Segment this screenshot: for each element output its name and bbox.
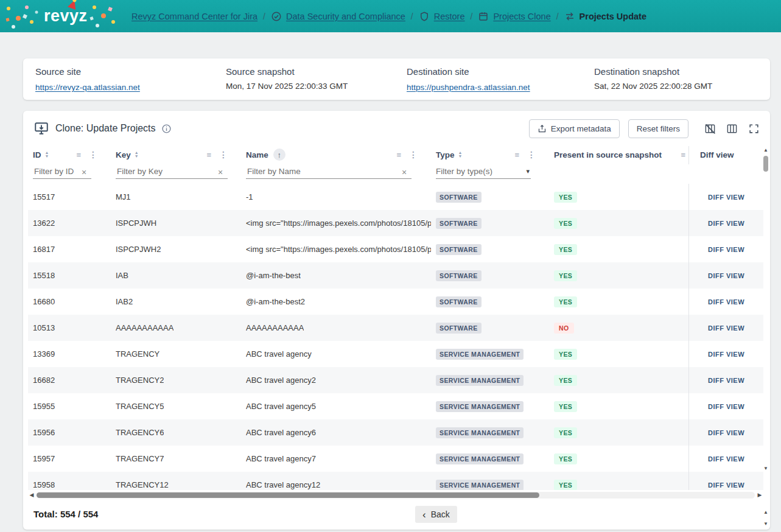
diff-view-link[interactable]: DIFF VIEW (708, 272, 744, 279)
horizontal-scrollbar[interactable]: ◀ ▶ (28, 491, 763, 499)
diff-view-link[interactable]: DIFF VIEW (708, 324, 744, 332)
present-badge: YES (554, 349, 577, 360)
table-row[interactable]: 13369 TRAGENCY ABC travel agency SERVICE… (28, 341, 763, 367)
breadcrumb-separator: / (471, 12, 473, 21)
info-icon[interactable] (161, 124, 172, 134)
fullscreen-icon[interactable] (747, 122, 760, 135)
reset-filters-button[interactable]: Reset filters (628, 119, 688, 138)
table-row[interactable]: 16680 IAB2 @i-am-the-best2 SOFTWARE YES … (28, 289, 763, 315)
breadcrumb-data-security[interactable]: Data Security and Compliance (286, 12, 405, 21)
cell-id: 16817 (28, 236, 111, 262)
chevron-down-icon: ▾ (526, 167, 530, 175)
column-header-diff: Diff view (688, 146, 763, 163)
snapshot-info-card: Source site https://revyz-qa.atlassian.n… (23, 58, 770, 100)
filter-type-select[interactable]: Filter by type(s) ▾ (436, 164, 531, 179)
diff-view-link[interactable]: DIFF VIEW (708, 194, 744, 201)
projects-table: ID ▲▼ ≡ ⋮ Key ▲▼ ≡ ⋮ Name (28, 146, 763, 490)
top-navigation-bar: revyz Revyz Command Center for Jira / Da… (0, 0, 781, 32)
destination-snapshot-label: Destination snapshot (594, 66, 712, 77)
sort-icon[interactable]: ▲▼ (458, 151, 463, 158)
panel-title: Clone: Update Projects (55, 123, 156, 134)
table-row[interactable]: 15517 MJ1 -1 SOFTWARE YES DIFF VIEW (28, 184, 763, 210)
type-badge: SERVICE MANAGEMENT (436, 375, 524, 386)
diff-view-link[interactable]: DIFF VIEW (708, 246, 744, 253)
sort-icon[interactable]: ▲▼ (45, 151, 49, 158)
table-row[interactable]: 15957 TRAGENCY7 ABC travel agency7 SERVI… (28, 446, 763, 472)
cell-id: 15958 (28, 472, 111, 490)
column-drag-handle-icon[interactable]: ≡ (76, 150, 81, 159)
table-row[interactable]: 15958 TRAGENCY12 ABC travel agency12 SER… (28, 472, 763, 490)
destination-snapshot-value: Sat, 22 Nov 2025 22:00:28 GMT (594, 82, 712, 91)
hide-columns-icon[interactable] (703, 122, 716, 135)
back-button[interactable]: ‹ Back (415, 506, 457, 523)
column-menu-icon[interactable]: ⋮ (409, 150, 418, 159)
column-drag-handle-icon[interactable]: ≡ (206, 150, 211, 159)
shield-icon (419, 11, 430, 22)
table-row[interactable]: 15955 TRAGENCY5 ABC travel agency5 SERVI… (28, 393, 763, 419)
breadcrumb-command-center[interactable]: Revyz Command Center for Jira (131, 12, 257, 21)
manage-columns-icon[interactable] (725, 122, 738, 135)
clear-filter-icon[interactable]: × (218, 167, 223, 177)
destination-site-link[interactable]: https://pushpendra-s.atlassian.net (407, 83, 530, 92)
filter-type-placeholder: Filter by type(s) (436, 167, 492, 176)
column-label-id: ID (33, 150, 41, 159)
sort-ascending-icon[interactable]: ↑ (273, 149, 285, 161)
horizontal-scrollbar-thumb[interactable] (37, 492, 539, 498)
filter-key-input[interactable] (116, 164, 228, 179)
vertical-scrollbar[interactable]: ▲ ▼ (762, 147, 769, 471)
table-row[interactable]: 16817 ISPCPJWH2 <img src="https://images… (28, 236, 763, 262)
export-metadata-label: Export metadata (551, 124, 611, 133)
cell-diff: DIFF VIEW (688, 341, 763, 367)
cell-name: AAAAAAAAAAA (241, 315, 431, 341)
scroll-right-icon[interactable]: ▶ (756, 492, 763, 498)
horizontal-scrollbar-track[interactable] (37, 492, 755, 499)
breadcrumb-restore[interactable]: Restore (434, 12, 465, 21)
column-header-name[interactable]: Name ↑ ≡ ⋮ (241, 146, 431, 163)
column-drag-handle-icon[interactable]: ≡ (396, 150, 401, 159)
clear-filter-icon[interactable]: × (82, 167, 86, 177)
column-header-present[interactable]: Present in source snapshot ≡ (549, 146, 688, 163)
vertical-scrollbar-thumb[interactable] (763, 156, 768, 172)
diff-view-link[interactable]: DIFF VIEW (708, 403, 744, 410)
column-header-type[interactable]: Type ▲▼ ≡ ⋮ (431, 146, 549, 163)
scroll-left-icon[interactable]: ◀ (28, 492, 35, 498)
diff-view-link[interactable]: DIFF VIEW (708, 351, 744, 358)
breadcrumb-projects-clone[interactable]: Projects Clone (493, 12, 550, 21)
column-header-key[interactable]: Key ▲▼ ≡ ⋮ (111, 146, 241, 163)
scroll-down-icon[interactable]: ▼ (762, 466, 769, 471)
export-metadata-button[interactable]: Export metadata (529, 119, 620, 138)
table-row[interactable]: 10513 AAAAAAAAAAA AAAAAAAAAAA SOFTWARE N… (28, 315, 763, 341)
table-row[interactable]: 15518 IAB @i-am-the-best SOFTWARE YES DI… (28, 262, 763, 289)
diff-view-link[interactable]: DIFF VIEW (708, 455, 744, 463)
table-row[interactable]: 16682 TRAGENCY2 ABC travel agency2 SERVI… (28, 367, 763, 393)
cell-type: SERVICE MANAGEMENT (431, 393, 549, 419)
diff-view-link[interactable]: DIFF VIEW (708, 377, 744, 384)
cell-diff: DIFF VIEW (688, 472, 763, 490)
column-menu-icon[interactable]: ⋮ (527, 150, 536, 159)
cell-id: 15955 (28, 393, 111, 419)
cell-name: ABC travel agency (241, 341, 431, 367)
diff-view-link[interactable]: DIFF VIEW (708, 429, 744, 436)
source-site-link[interactable]: https://revyz-qa.atlassian.net (35, 83, 140, 92)
table-row[interactable]: 15956 TRAGENCY6 ABC travel agency6 SERVI… (28, 419, 763, 446)
clear-filter-icon[interactable]: × (402, 167, 407, 177)
cell-name: ABC travel agency2 (241, 367, 431, 393)
diff-view-link[interactable]: DIFF VIEW (708, 220, 744, 227)
scroll-up-icon[interactable]: ▲ (762, 147, 769, 153)
export-icon (538, 124, 547, 133)
present-badge: NO (554, 323, 574, 334)
sort-icon[interactable]: ▲▼ (135, 151, 139, 158)
column-header-id[interactable]: ID ▲▼ ≡ ⋮ (28, 146, 111, 163)
present-badge: YES (554, 244, 577, 255)
column-drag-handle-icon[interactable]: ≡ (514, 150, 519, 159)
table-row[interactable]: 13622 ISPCPJWH <img src="https://images.… (28, 210, 763, 236)
column-drag-handle-icon[interactable]: ≡ (681, 150, 685, 159)
cell-type: SOFTWARE (431, 236, 549, 262)
cell-type: SOFTWARE (431, 210, 549, 236)
diff-view-link[interactable]: DIFF VIEW (708, 481, 744, 489)
filter-name-input[interactable] (246, 164, 412, 179)
type-badge: SERVICE MANAGEMENT (436, 453, 524, 464)
column-menu-icon[interactable]: ⋮ (89, 150, 97, 159)
column-menu-icon[interactable]: ⋮ (219, 150, 228, 159)
diff-view-link[interactable]: DIFF VIEW (708, 298, 744, 306)
